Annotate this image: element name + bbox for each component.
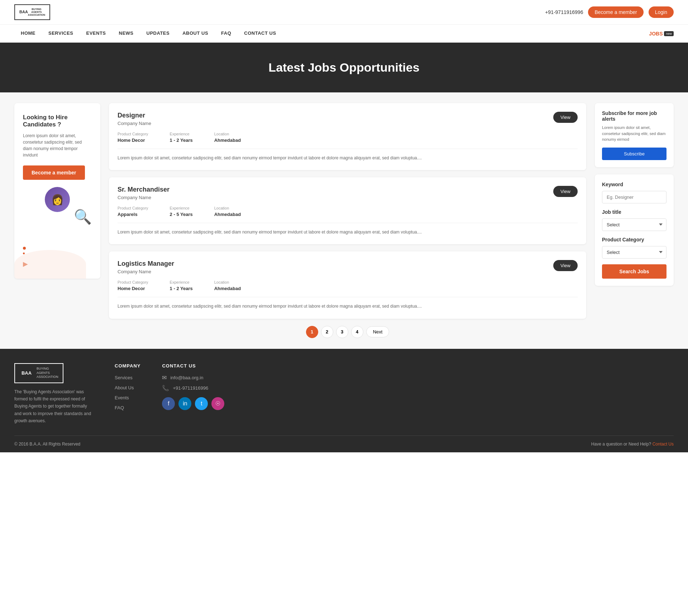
footer-link-about-anchor[interactable]: About Us xyxy=(115,385,134,390)
job-card-header-2: Sr. Merchandiser Company Name View xyxy=(118,186,578,200)
footer-link-faq-anchor[interactable]: FAQ xyxy=(115,405,124,410)
contact-email-item: ✉ info@baa.org.in xyxy=(162,374,224,381)
top-bar-right: +91-9711916996 Become a member Login xyxy=(545,6,674,18)
nav-left: HOME SERVICES EVENTS NEWS UPDATES ABOUT … xyxy=(14,25,283,42)
nav-events[interactable]: EVENTS xyxy=(80,25,113,42)
view-button-2[interactable]: View xyxy=(553,186,578,197)
logo-icon: BAA BUYINGAGENTSASSOCIATION xyxy=(14,4,50,20)
footer-link-services[interactable]: Services xyxy=(115,374,140,381)
company-heading: COMPANY xyxy=(115,363,140,369)
linkedin-button[interactable]: in xyxy=(178,397,191,410)
become-member-sidebar-button[interactable]: Become a member xyxy=(23,165,85,180)
become-member-button[interactable]: Become a member xyxy=(588,6,643,18)
contact-heading: CONTACT US xyxy=(162,363,224,369)
instagram-button[interactable]: ☉ xyxy=(211,397,224,410)
meta-experience-3: Experience 1 - 2 Years xyxy=(170,280,193,291)
job-card-designer: Designer Company Name View Product Categ… xyxy=(109,103,586,170)
product-category-label: Product Category xyxy=(602,237,666,242)
pagination: 1 2 3 4 Next xyxy=(109,326,586,338)
login-button[interactable]: Login xyxy=(649,6,674,18)
footer: BAA BUYINGAGENTSASSOCIATION The 'Buying … xyxy=(0,349,688,452)
footer-bottom: © 2016 B.A.A. All Rights Reserved Have a… xyxy=(14,436,674,452)
footer-logo: BAA BUYINGAGENTSASSOCIATION xyxy=(14,363,63,383)
main-content: Looking to Hire Candidates ? Lorem ipsum… xyxy=(0,92,688,349)
job-listings: Designer Company Name View Product Categ… xyxy=(109,103,586,338)
subscribe-description: Lorem ipsum dolor sit amet, consetetur s… xyxy=(602,125,666,143)
page-btn-3[interactable]: 3 xyxy=(336,326,348,338)
divider-1 xyxy=(118,149,578,149)
twitter-button[interactable]: t xyxy=(195,397,208,410)
contact-phone: +91-9711916996 xyxy=(173,385,208,391)
nav-home[interactable]: HOME xyxy=(14,25,42,42)
footer-brand: BAA BUYINGAGENTSASSOCIATION The 'Buying … xyxy=(14,363,93,425)
hire-description: Lorem ipsum dolor sit amet, consetetur s… xyxy=(23,133,92,158)
footer-link-faq[interactable]: FAQ xyxy=(115,404,140,411)
pink-blob xyxy=(14,250,86,279)
nav-faq[interactable]: FAQ xyxy=(215,25,238,42)
page-btn-4[interactable]: 4 xyxy=(351,326,363,338)
meta-category-1: Product Category Home Decor xyxy=(118,132,148,143)
logo-area: BAA BUYINGAGENTSASSOCIATION xyxy=(14,4,50,20)
nav-contact[interactable]: CONTACT US xyxy=(238,25,282,42)
social-icons: f in t ☉ xyxy=(162,397,224,410)
meta-location-1: Location Ahmedabad xyxy=(214,132,241,143)
meta-location-2: Location Ahmedabad xyxy=(214,206,241,217)
new-badge: new xyxy=(664,31,674,36)
filter-box: Keyword Job title Select Product Categor… xyxy=(595,174,674,286)
job-title-1: Designer xyxy=(118,112,151,119)
product-category-select[interactable]: Select xyxy=(602,246,666,259)
meta-experience-1: Experience 1 - 2 Years xyxy=(170,132,193,143)
main-nav: HOME SERVICES EVENTS NEWS UPDATES ABOUT … xyxy=(0,25,688,43)
dot-orange-1 xyxy=(23,247,26,250)
footer-link-services-anchor[interactable]: Services xyxy=(115,375,133,380)
job-title-3: Logistics Manager xyxy=(118,260,174,268)
next-button[interactable]: Next xyxy=(366,326,390,337)
subscribe-title: Subscribe for more job alerts xyxy=(602,110,666,122)
nav-news[interactable]: NEWS xyxy=(113,25,140,42)
subscribe-box: Subscribe for more job alerts Lorem ipsu… xyxy=(595,103,674,167)
contact-link[interactable]: Contact Us xyxy=(653,442,674,447)
copyright-text: © 2016 B.A.A. All Rights Reserved xyxy=(14,442,80,447)
meta-location-3: Location Ahmedabad xyxy=(214,280,241,291)
page-btn-1[interactable]: 1 xyxy=(306,326,318,338)
company-2: Company Name xyxy=(118,195,169,200)
phone-number: +91-9711916996 xyxy=(545,9,583,15)
footer-link-events-anchor[interactable]: Events xyxy=(115,395,129,400)
divider-2 xyxy=(118,223,578,223)
nav-updates[interactable]: UPDATES xyxy=(140,25,176,42)
job-card-header-3: Logistics Manager Company Name View xyxy=(118,260,578,274)
footer-logo-box: BAA xyxy=(19,367,34,380)
footer-question: Have a question or Need Help? Contact Us xyxy=(591,442,674,447)
contact-phone-item: 📞 +91-9711916996 xyxy=(162,385,224,391)
job-info-1: Designer Company Name xyxy=(118,112,151,126)
left-sidebar: Looking to Hire Candidates ? Lorem ipsum… xyxy=(14,103,100,279)
job-title-select[interactable]: Select xyxy=(602,218,666,231)
view-button-3[interactable]: View xyxy=(553,260,578,271)
hero-section: Latest Jobs Opportunities xyxy=(0,43,688,92)
contact-email: info@baa.org.in xyxy=(170,375,203,380)
facebook-button[interactable]: f xyxy=(162,397,175,410)
job-info-2: Sr. Merchandiser Company Name xyxy=(118,186,169,200)
subscribe-button[interactable]: Subscribe xyxy=(602,148,666,160)
company-3: Company Name xyxy=(118,269,174,274)
footer-link-about[interactable]: About Us xyxy=(115,384,140,391)
view-button-1[interactable]: View xyxy=(553,112,578,123)
jobs-nav-label[interactable]: JOBS xyxy=(649,31,663,37)
top-bar: BAA BUYINGAGENTSASSOCIATION +91-97119169… xyxy=(0,0,688,25)
job-card-header-1: Designer Company Name View xyxy=(118,112,578,126)
nav-services[interactable]: SERVICES xyxy=(42,25,80,42)
footer-contact-col: CONTACT US ✉ info@baa.org.in 📞 +91-97119… xyxy=(162,363,224,425)
job-meta-1: Product Category Home Decor Experience 1… xyxy=(118,132,578,143)
sidebar-illustration: 👩 🔍 xyxy=(23,187,92,225)
job-title-label: Job title xyxy=(602,209,666,215)
footer-link-events[interactable]: Events xyxy=(115,394,140,401)
job-card-merchandiser: Sr. Merchandiser Company Name View Produ… xyxy=(109,177,586,244)
company-links: Services About Us Events FAQ xyxy=(115,374,140,411)
job-desc-2: Lorem ipsum dolor sit amet, consetetur s… xyxy=(118,229,578,236)
company-1: Company Name xyxy=(118,121,151,126)
hire-title: Looking to Hire Candidates ? xyxy=(23,114,92,128)
search-jobs-button[interactable]: Search Jobs xyxy=(602,264,666,279)
keyword-input[interactable] xyxy=(602,191,666,203)
nav-about[interactable]: ABOUT US xyxy=(176,25,215,42)
page-btn-2[interactable]: 2 xyxy=(321,326,333,338)
